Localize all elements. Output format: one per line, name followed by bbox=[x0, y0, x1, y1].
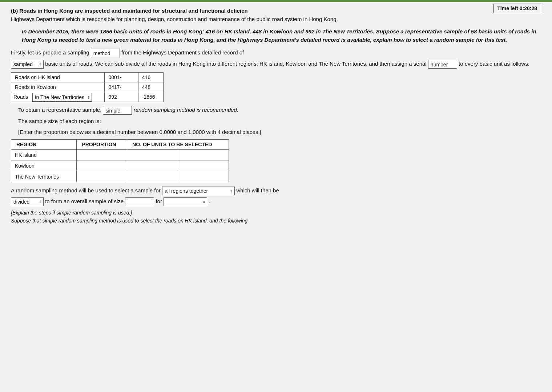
units-nt-2[interactable] bbox=[178, 171, 229, 182]
divided-line: divided to form an overall sample of siz… bbox=[11, 197, 541, 206]
table-row: HK island bbox=[11, 150, 229, 160]
table-header-row: REGION PROPORTION NO. OF UNITS TO BE SEL… bbox=[11, 140, 229, 150]
bottom-post-text: which will then be bbox=[236, 187, 279, 193]
roads-table: Roads on HK island 0001- 416 Roads in Ko… bbox=[11, 72, 164, 102]
firstly-post-text: from the Highways Department's detailed … bbox=[121, 49, 244, 56]
number-input[interactable]: number bbox=[428, 60, 457, 69]
method-input[interactable]: method bbox=[91, 49, 120, 57]
firstly-line: Firstly, let us prepare a sampling metho… bbox=[11, 48, 541, 57]
for-text: for bbox=[156, 198, 162, 204]
road-nt-range-end: -1856 bbox=[138, 92, 163, 102]
region-kowloon: Kowloon bbox=[11, 160, 77, 171]
simple-input[interactable]: simple bbox=[103, 106, 132, 115]
footer-suppose: Suppose that simple random sampling meth… bbox=[11, 218, 541, 224]
sampled-line: sampled basic units of roads. We can sub… bbox=[11, 60, 541, 69]
table-row: Roads in The New Territories 992 -1856 bbox=[11, 92, 164, 102]
territories-select[interactable]: in The New Territories bbox=[32, 93, 92, 102]
proportion-kowloon[interactable] bbox=[77, 160, 127, 171]
road-kow-range-start: 0417- bbox=[105, 82, 138, 92]
sampled-select[interactable]: sampled bbox=[11, 60, 44, 69]
part-b-text: (b) Roads in Hong Kong are inspected and… bbox=[11, 8, 248, 14]
proportion-note: [Enter the proportion below as a decimal… bbox=[18, 128, 541, 136]
proportion-hk[interactable] bbox=[77, 150, 127, 160]
timer-label: Time left 0:20:28 bbox=[497, 5, 537, 11]
divided-select[interactable]: divided bbox=[11, 197, 44, 206]
bottom-random-line: A random sampling method will be used to… bbox=[11, 186, 541, 195]
table-row: Kowloon bbox=[11, 160, 229, 171]
region-nt: The New Territories bbox=[11, 171, 77, 182]
road-hk-range-end: 416 bbox=[138, 73, 163, 82]
firstly-pre-text: Firstly, let us prepare a sampling bbox=[11, 49, 89, 56]
units-hk-1[interactable] bbox=[127, 150, 178, 160]
obtain-post-text: random sampling method is recommended. bbox=[134, 107, 238, 113]
roads-prefix: Roads bbox=[11, 92, 30, 102]
road-nt-range-start: 992 bbox=[105, 92, 138, 102]
obtain-sample-line: To obtain a representative sample, simpl… bbox=[18, 106, 541, 115]
obtain-pre-text: To obtain a representative sample, bbox=[18, 107, 101, 113]
road-nt-label: Roads in The New Territories bbox=[11, 92, 105, 102]
paragraph-text: In December 2015, there were 1856 basic … bbox=[22, 28, 536, 43]
table-row: Roads in Kowloon 0417- 448 bbox=[11, 82, 164, 92]
part-b2-text: Highways Department which is responsible… bbox=[11, 16, 338, 22]
sampled-post-text: basic units of roads. We can sub-divide … bbox=[45, 61, 427, 67]
bottom-pre-text: A random sampling method will be used to… bbox=[11, 187, 161, 193]
intro-section: (b) Roads in Hong Kong are inspected and… bbox=[11, 7, 541, 24]
region-hk: HK island bbox=[11, 150, 77, 160]
timer-box: Time left 0:20:28 bbox=[493, 4, 541, 13]
road-kow-label: Roads in Kowloon bbox=[11, 82, 105, 92]
sample-table: REGION PROPORTION NO. OF UNITS TO BE SEL… bbox=[11, 139, 229, 182]
for-select[interactable] bbox=[164, 197, 207, 206]
to-form-text: to form an overall sample of size bbox=[45, 198, 124, 204]
number-post-text: to every basic unit as follows: bbox=[459, 61, 529, 67]
units-nt-1[interactable] bbox=[127, 171, 178, 182]
table-row: Roads on HK island 0001- 416 bbox=[11, 73, 164, 82]
green-bar bbox=[0, 0, 552, 2]
size-input[interactable] bbox=[125, 197, 154, 206]
header-region: REGION bbox=[11, 140, 77, 150]
header-proportion: PROPORTION bbox=[77, 140, 127, 150]
table-row: The New Territories bbox=[11, 171, 229, 182]
units-kow-1[interactable] bbox=[127, 160, 178, 171]
units-kow-2[interactable] bbox=[178, 160, 229, 171]
all-regions-select[interactable]: all regions together bbox=[162, 187, 235, 195]
header-units: NO. OF UNITS TO BE SELECTED bbox=[127, 140, 229, 150]
road-kow-range-end: 448 bbox=[138, 82, 163, 92]
proportion-nt[interactable] bbox=[77, 171, 127, 182]
period: . bbox=[209, 198, 210, 204]
road-hk-range-start: 0001- bbox=[105, 73, 138, 82]
main-paragraph: In December 2015, there were 1856 basic … bbox=[22, 27, 541, 44]
footer-explain: [Explain the steps if simple random samp… bbox=[11, 210, 541, 216]
sample-size-label: The sample size of each region is: bbox=[18, 117, 541, 126]
units-hk-2[interactable] bbox=[178, 150, 229, 160]
road-hk-label: Roads on HK island bbox=[11, 73, 105, 82]
